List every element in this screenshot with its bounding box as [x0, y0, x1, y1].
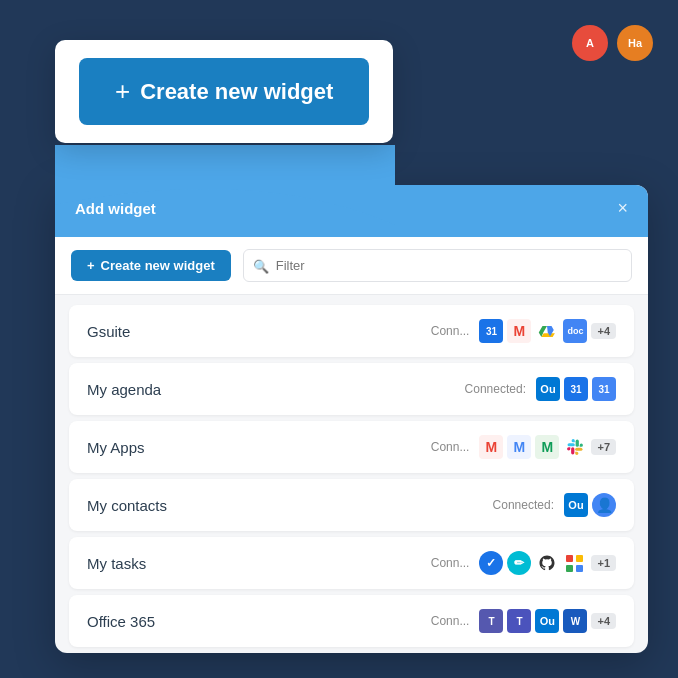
avatar: A: [572, 25, 608, 61]
widget-right: Connected: Ou 👤: [493, 493, 616, 517]
outlook-icon: Ou: [564, 493, 588, 517]
widget-right: Conn... M M M: [431, 435, 616, 459]
icon-pill: ✓ ✏ +1: [479, 551, 616, 575]
modal-toolbar: + Create new widget 🔍: [55, 237, 648, 295]
widget-right: Conn... 31 M doc: [431, 319, 616, 343]
wave-connector: [55, 145, 395, 225]
create-new-widget-button-large[interactable]: + Create new widget: [79, 58, 369, 125]
create-new-widget-button-small[interactable]: + Create new widget: [71, 250, 231, 281]
filter-input[interactable]: [243, 249, 632, 282]
tasks-pencil-icon: ✏: [507, 551, 531, 575]
extra-badge: +4: [591, 613, 616, 629]
filter-input-wrap: 🔍: [243, 249, 632, 282]
conn-label: Connected:: [493, 498, 554, 512]
contacts-icon: 👤: [592, 493, 616, 517]
github-icon: [535, 551, 559, 575]
drive-icon: [535, 319, 559, 343]
slack-icon: [563, 435, 587, 459]
widget-right: Conn... T T Ou W +4: [431, 609, 616, 633]
list-item[interactable]: My contacts Connected: Ou 👤: [69, 479, 634, 531]
calendar-icon-2: 31: [592, 377, 616, 401]
conn-label: Conn...: [431, 440, 470, 454]
list-item[interactable]: Office 365 Conn... T T Ou W +4: [69, 595, 634, 647]
calendar-icon: 31: [564, 377, 588, 401]
widget-name: Office 365: [87, 613, 155, 630]
widget-name: Gsuite: [87, 323, 130, 340]
create-btn-small-label: Create new widget: [101, 258, 215, 273]
conn-label: Conn...: [431, 324, 470, 338]
close-button[interactable]: ×: [617, 199, 628, 217]
search-icon: 🔍: [253, 258, 269, 273]
word-icon: W: [563, 609, 587, 633]
conn-label: Connected:: [465, 382, 526, 396]
conn-label: Conn...: [431, 614, 470, 628]
list-item[interactable]: Gsuite Conn... 31 M: [69, 305, 634, 357]
widget-name: My agenda: [87, 381, 161, 398]
plus-icon-small: +: [87, 258, 95, 273]
gmail-icon-3: M: [535, 435, 559, 459]
icon-pill: Ou 👤: [564, 493, 616, 517]
widget-name: My Apps: [87, 439, 145, 456]
teams-icon-1: T: [479, 609, 503, 633]
gmail-icon: M: [507, 319, 531, 343]
outlook-icon: Ou: [536, 377, 560, 401]
colorful-icon: [563, 551, 587, 575]
avatar: Ha: [617, 25, 653, 61]
docs-icon: doc: [563, 319, 587, 343]
widget-name: My tasks: [87, 555, 146, 572]
extra-badge: +1: [591, 555, 616, 571]
create-btn-large-label: Create new widget: [140, 79, 333, 105]
conn-label: Conn...: [431, 556, 470, 570]
tasks-check-icon: ✓: [479, 551, 503, 575]
icon-pill: M M M: [479, 435, 616, 459]
widget-right: Conn... ✓ ✏: [431, 551, 616, 575]
icon-pill: Ou 31 31: [536, 377, 616, 401]
gmail-icon-2: M: [507, 435, 531, 459]
outlook-icon: Ou: [535, 609, 559, 633]
calendar-icon: 31: [479, 319, 503, 343]
icon-pill: 31 M doc +4: [479, 319, 616, 343]
teams-icon-2: T: [507, 609, 531, 633]
extra-badge: +4: [591, 323, 616, 339]
widget-list: Gsuite Conn... 31 M: [55, 295, 648, 653]
plus-icon: +: [115, 76, 130, 107]
create-widget-tooltip: + Create new widget: [55, 40, 393, 143]
icon-pill: T T Ou W +4: [479, 609, 616, 633]
widget-name: My contacts: [87, 497, 167, 514]
gmail-icon: M: [479, 435, 503, 459]
widget-right: Connected: Ou 31 31: [465, 377, 616, 401]
list-item[interactable]: My tasks Conn... ✓ ✏: [69, 537, 634, 589]
extra-badge: +7: [591, 439, 616, 455]
add-widget-modal: Add widget × + Create new widget 🔍 Gsuit…: [55, 185, 648, 653]
list-item[interactable]: My Apps Conn... M M M: [69, 421, 634, 473]
list-item[interactable]: My agenda Connected: Ou 31 31: [69, 363, 634, 415]
